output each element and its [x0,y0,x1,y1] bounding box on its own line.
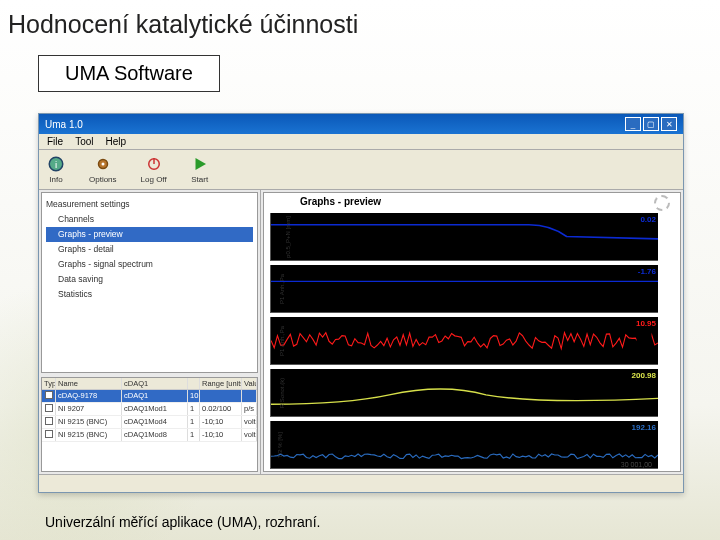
type-table[interactable]: Type Name cDAQ1 Range [units] Value cDAQ… [41,377,258,472]
info-icon: i [47,155,65,173]
toolbar-info[interactable]: i Info [47,155,65,184]
plot-value: 10.95 [636,319,656,328]
plot-value: -1.76 [638,267,656,276]
tree-item[interactable]: Graphs - preview [46,227,253,242]
tree-root[interactable]: Measurement settings [46,197,253,212]
titlebar[interactable]: Uma 1.0 _ ▢ ✕ [39,114,683,134]
app-window: Uma 1.0 _ ▢ ✕ File Tool Help i Info Opti… [38,113,684,493]
toolbar-start[interactable]: Start [191,155,209,184]
y-axis-label: T/2 % [%] [277,431,283,457]
plot-strip: P1 Anh.,Pa10.95 [270,317,658,365]
table-row[interactable]: NI 9215 (BNC)cDAQ1Mod81-10;10volt [42,429,257,442]
menu-bar: File Tool Help [39,134,683,150]
tree-item[interactable]: Channels [46,212,253,227]
plot-value: 192.16 [632,423,656,432]
table-row[interactable]: NI 9215 (BNC)cDAQ1Mod41-10;10volt [42,416,257,429]
x-axis-label: Time [463,459,480,468]
menu-tool[interactable]: Tool [75,136,93,147]
toolbar-options[interactable]: Options [89,155,117,184]
tree-item[interactable]: Graphs - detail [46,242,253,257]
svg-point-3 [101,163,104,166]
table-row[interactable]: cDAQ-9178cDAQ110 [42,390,257,403]
toolbar-label: Log Off [141,175,167,184]
x-axis-max: 30 001,00 [621,461,652,468]
plot-value: 0.02 [640,215,656,224]
nav-tree[interactable]: Measurement settings Channels Graphs - p… [41,192,258,373]
status-bar [39,474,683,492]
y-axis-label: p0.5_P+N [mm] [285,216,291,258]
plot-strip: P1 Anh.,Pa-1.76 [270,265,658,313]
menu-file[interactable]: File [47,136,63,147]
plot-area: Graphs - preview p0.5_P+N [mm]0.02P1 Anh… [263,192,681,472]
svg-text:i: i [55,159,57,170]
maximize-button[interactable]: ▢ [643,117,659,131]
checkbox-icon[interactable] [45,391,53,399]
y-axis-label: P1 Anh.,Pa [279,325,285,355]
toolbar-label: Start [191,175,208,184]
close-button[interactable]: ✕ [661,117,677,131]
toolbar-label: Info [49,175,62,184]
plot-strip: R Sonot.(k)200.98 [270,369,658,417]
table-header: Type Name cDAQ1 Range [units] Value [42,378,257,390]
plot-strip: p0.5_P+N [mm]0.02 [270,213,658,261]
busy-icon [654,195,670,211]
y-axis-label: R Sonot.(k) [279,377,285,407]
svg-marker-6 [195,158,206,170]
tree-item[interactable]: Statistics [46,287,253,302]
minimize-button[interactable]: _ [625,117,641,131]
toolbar: i Info Options Log Off Start [39,150,683,190]
power-icon [145,155,163,173]
window-title: Uma 1.0 [45,119,623,130]
checkbox-icon[interactable] [45,404,53,412]
table-row[interactable]: NI 9207cDAQ1Mod110.02/100p/s [42,403,257,416]
slide-caption: Univerzální měřící aplikace (UMA), rozhr… [45,514,320,530]
tree-item[interactable]: Graphs - signal spectrum [46,257,253,272]
plots-title: Graphs - preview [300,196,381,207]
checkbox-icon[interactable] [45,417,53,425]
toolbar-logoff[interactable]: Log Off [141,155,167,184]
toolbar-label: Options [89,175,117,184]
slide-subtitle: UMA Software [38,55,220,92]
gear-icon [94,155,112,173]
slide-title: Hodnocení katalytické účinnosti [8,10,358,39]
y-axis-label: P1 Anh.,Pa [279,273,285,303]
menu-help[interactable]: Help [105,136,126,147]
plot-value: 200.98 [632,371,656,380]
play-icon [191,155,209,173]
checkbox-icon[interactable] [45,430,53,438]
tree-item[interactable]: Data saving [46,272,253,287]
